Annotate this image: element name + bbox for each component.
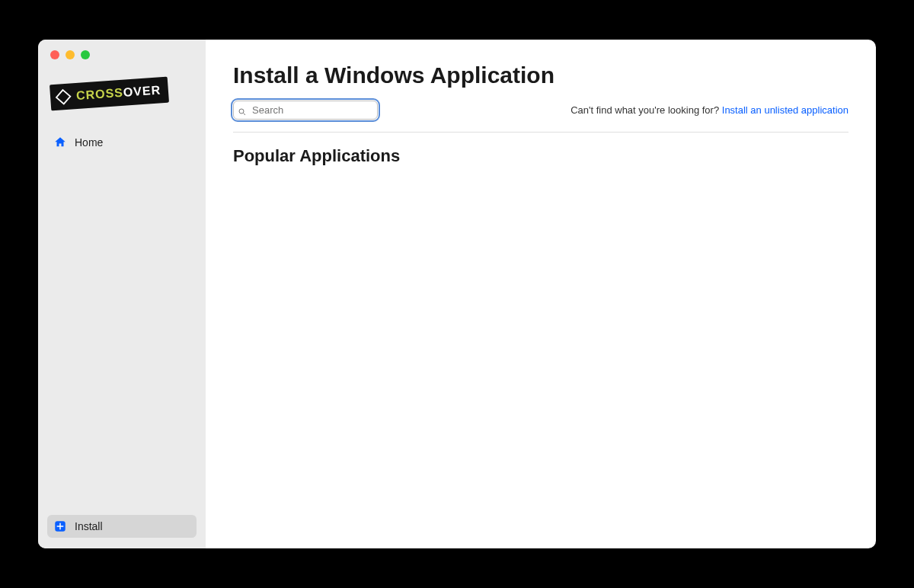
search-box xyxy=(233,101,378,120)
sidebar-nav: Home xyxy=(47,131,197,515)
divider xyxy=(233,132,848,133)
hint-text: Can't find what you're looking for? Inst… xyxy=(570,104,848,116)
brand-text: CROSSOVER xyxy=(75,83,161,103)
home-icon xyxy=(53,136,67,149)
page-title: Install a Windows Application xyxy=(233,62,848,88)
window-controls xyxy=(47,50,197,67)
close-icon[interactable] xyxy=(50,50,59,59)
sidebar-item-label: Install xyxy=(75,520,103,532)
search-row: Can't find what you're looking for? Inst… xyxy=(233,101,848,120)
plus-icon xyxy=(53,519,67,533)
section-title: Popular Applications xyxy=(233,146,848,166)
main-content: Install a Windows Application Can't find… xyxy=(206,40,876,548)
minimize-icon[interactable] xyxy=(66,50,75,59)
svg-line-3 xyxy=(244,113,246,115)
sidebar-item-home[interactable]: Home xyxy=(47,131,197,154)
search-input[interactable] xyxy=(233,101,378,120)
brand-logo: CROSSOVER xyxy=(47,81,197,107)
sidebar-item-label: Home xyxy=(75,136,103,149)
brand-mark-icon xyxy=(54,88,72,105)
app-window: CROSSOVER Home Install Install a Windows… xyxy=(38,40,876,548)
search-icon xyxy=(238,106,247,115)
svg-point-2 xyxy=(239,109,244,113)
svg-marker-0 xyxy=(56,89,71,104)
sidebar-item-install[interactable]: Install xyxy=(47,515,197,538)
sidebar: CROSSOVER Home Install xyxy=(38,40,206,548)
fullscreen-icon[interactable] xyxy=(81,50,90,59)
install-unlisted-link[interactable]: Install an unlisted application xyxy=(722,104,848,116)
